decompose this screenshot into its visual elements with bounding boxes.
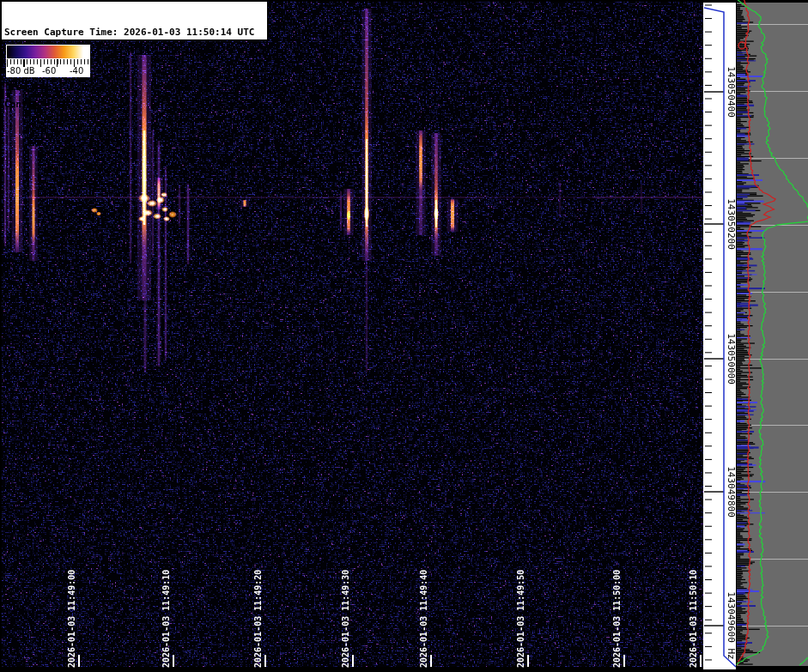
time-tick-mark	[623, 655, 625, 667]
capture-info-box: Screen Capture Time: 2026-01-03 11:50:14…	[2, 2, 268, 40]
color-scale-labels: -80 dB -60 -40	[6, 66, 90, 77]
color-scale-legend: -80 dB -60 -40	[6, 45, 90, 77]
time-tick-mark	[527, 655, 529, 667]
spectrum-analyzer-panel	[736, 0, 808, 672]
time-axis-label: 2026-01-03 11:49:40	[419, 570, 429, 668]
time-axis-label: 2026-01-03 11:49:50	[516, 570, 526, 668]
config-text: Config = V8	[4, 99, 264, 111]
time-tick-mark	[352, 655, 354, 667]
time-axis-label: 2026-01-03 11:49:30	[341, 570, 351, 668]
frequency-axis-label: 143049600 Hz	[726, 591, 737, 659]
time-axis-label: 2026-01-03 11:49:20	[253, 570, 264, 668]
db-label-min: -80 dB	[7, 66, 35, 76]
time-axis-label: 2026-01-03 11:50:00	[612, 570, 623, 668]
spectrogram-screen: Screen Capture Time: 2026-01-03 11:50:14…	[0, 0, 808, 672]
time-tick-mark	[264, 655, 266, 667]
time-axis-label: 2026-01-03 11:49:10	[161, 570, 172, 668]
color-gradient-bar	[7, 45, 83, 58]
time-axis-label: 2026-01-03 11:49:00	[67, 570, 77, 668]
db-label-mid: -60	[42, 66, 56, 76]
time-tick-mark	[78, 655, 80, 667]
frequency-axis-label: 143050200	[726, 198, 737, 250]
time-tick-mark	[700, 655, 702, 667]
time-axis-label: 2026-01-03 11:50:10	[689, 570, 699, 668]
frequency-axis-label: 143049800	[726, 466, 737, 518]
time-tick-mark	[173, 655, 174, 667]
frequency-axis-label: 143050400	[726, 66, 737, 118]
db-label-max: -40	[70, 66, 83, 76]
frequency-axis-label: 143050000	[726, 333, 737, 384]
time-tick-mark	[430, 655, 432, 667]
capture-time-text: Screen Capture Time: 2026-01-03 11:50:14…	[4, 27, 264, 39]
